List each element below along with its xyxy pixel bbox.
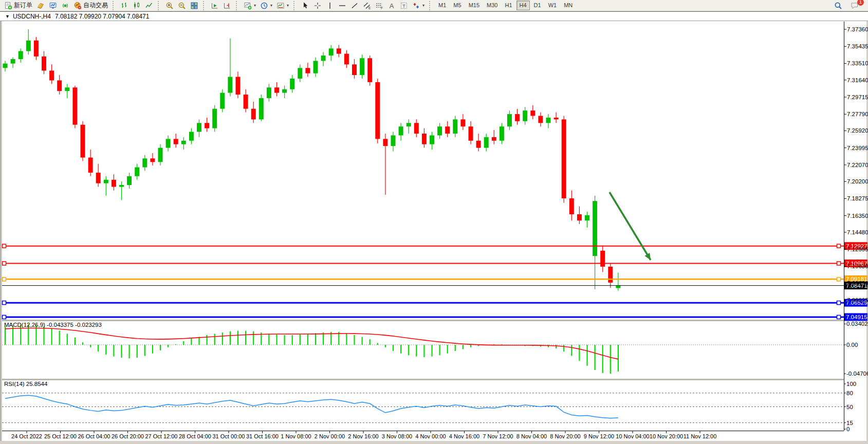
candle-body bbox=[205, 123, 209, 128]
profiles-button[interactable]: ▾ bbox=[258, 1, 274, 11]
rsi-axis-label: 80 bbox=[846, 390, 853, 396]
candle-body bbox=[554, 118, 559, 119]
macd-axis-label: -0.047061 bbox=[846, 371, 868, 377]
time-axis-label: 3 Nov 08:00 bbox=[382, 433, 412, 439]
crosshair-button[interactable] bbox=[311, 1, 324, 11]
resistance-line-1-handle[interactable] bbox=[3, 244, 6, 248]
timeframe-button-m5[interactable]: M5 bbox=[450, 1, 464, 10]
candle-body bbox=[383, 139, 387, 146]
text-button[interactable]: A bbox=[385, 1, 398, 11]
support-line-1-handle[interactable] bbox=[3, 301, 6, 305]
signals-button[interactable] bbox=[59, 1, 71, 11]
resistance-line-2-handle[interactable] bbox=[3, 262, 6, 265]
timeframe-button-w1[interactable]: W1 bbox=[545, 1, 560, 10]
timeframe-button-m15[interactable]: M15 bbox=[466, 1, 483, 10]
rsi-pane-separator[interactable] bbox=[2, 379, 844, 380]
candle-body bbox=[11, 59, 15, 64]
candle-body bbox=[399, 126, 403, 135]
sell-signal-arrow[interactable] bbox=[610, 192, 651, 260]
timeframe-button-m30[interactable]: M30 bbox=[484, 1, 501, 10]
candle-body bbox=[251, 109, 256, 120]
pivot-line-handle[interactable] bbox=[837, 278, 841, 281]
arrows-button[interactable]: ▾ bbox=[410, 1, 427, 11]
chart-shift-button[interactable] bbox=[221, 1, 233, 11]
candle-body bbox=[453, 119, 457, 134]
horizontal-line-button[interactable] bbox=[336, 1, 348, 11]
candle-body bbox=[166, 139, 171, 147]
timeframe-button-h4[interactable]: H4 bbox=[516, 1, 530, 10]
candle-body bbox=[616, 286, 620, 288]
chart-list-button[interactable] bbox=[34, 1, 47, 11]
new-order-icon bbox=[4, 2, 12, 10]
trendline-button[interactable] bbox=[348, 1, 361, 11]
price-tick-label: 7.06825 bbox=[847, 297, 868, 303]
search-button[interactable] bbox=[832, 1, 844, 11]
pivot-line-handle[interactable] bbox=[3, 278, 6, 281]
candle-body bbox=[189, 132, 194, 141]
chart-canvas[interactable]: 7.129277.109677.091817.084717.065297.049… bbox=[0, 0, 868, 444]
zoom-out-button[interactable] bbox=[176, 1, 188, 11]
zoom-in-button[interactable] bbox=[163, 1, 176, 11]
bar-chart-button[interactable] bbox=[118, 1, 131, 11]
candle-body bbox=[492, 137, 496, 141]
auto-scroll-button[interactable] bbox=[209, 1, 221, 11]
candle-body bbox=[523, 110, 527, 121]
new-chart-icon bbox=[244, 2, 252, 10]
clock-icon bbox=[260, 2, 268, 10]
candle-body bbox=[274, 87, 279, 92]
templates-button[interactable]: ▾ bbox=[274, 1, 291, 11]
toolbar-separator bbox=[113, 1, 116, 10]
svg-text:A: A bbox=[390, 2, 394, 9]
candlestick-chart-button[interactable] bbox=[131, 1, 143, 11]
auto-trading-button[interactable]: 自动交易 bbox=[71, 1, 110, 11]
vertical-line-button[interactable] bbox=[324, 1, 336, 11]
candle-body bbox=[538, 116, 543, 123]
toolbar-separator bbox=[293, 1, 297, 10]
time-axis-label: 11 Nov 12:00 bbox=[684, 433, 717, 439]
equidistant-channel-button[interactable]: E bbox=[361, 1, 373, 11]
candle-body bbox=[57, 80, 62, 91]
new-order-button[interactable]: 新订单 bbox=[2, 1, 34, 11]
cursor-button[interactable] bbox=[299, 1, 311, 11]
new-chart-button[interactable]: ▾ bbox=[242, 1, 258, 11]
text-label-icon: T bbox=[400, 2, 408, 10]
timeframe-button-h1[interactable]: H1 bbox=[502, 1, 515, 10]
price-tick-label: 7.18275 bbox=[847, 195, 868, 201]
candle-body bbox=[96, 173, 101, 183]
time-axis-label: 4 Nov 00:00 bbox=[415, 433, 446, 439]
crosshair-icon bbox=[313, 2, 322, 10]
candle-body bbox=[407, 123, 411, 126]
candle-body bbox=[460, 119, 465, 126]
candle-body bbox=[127, 176, 132, 185]
macd-pane-separator[interactable] bbox=[2, 320, 844, 321]
timeframe-button-m1[interactable]: M1 bbox=[435, 1, 449, 10]
chart-dropdown-icon[interactable]: ▼ bbox=[5, 14, 10, 19]
resistance-line-1-handle[interactable] bbox=[837, 244, 841, 248]
line-chart-button[interactable] bbox=[143, 1, 155, 11]
text-label-button[interactable]: T bbox=[398, 1, 410, 11]
price-tick-label: 7.20200 bbox=[847, 178, 868, 184]
candle-body bbox=[34, 41, 39, 57]
price-tick-label: 7.23995 bbox=[847, 145, 868, 151]
candle-body bbox=[26, 41, 31, 51]
notifications-button[interactable]: 1 bbox=[848, 1, 861, 11]
time-axis-label: 28 Oct 04:00 bbox=[179, 433, 211, 439]
time-axis-label: 31 Oct 00:00 bbox=[213, 433, 245, 439]
tile-windows-button[interactable] bbox=[188, 1, 200, 11]
resistance-line-2-handle[interactable] bbox=[837, 262, 841, 265]
candle-body bbox=[437, 126, 442, 135]
search-icon bbox=[834, 2, 842, 10]
timeframe-button-mn[interactable]: MN bbox=[561, 1, 576, 10]
price-tick-label: 7.35435 bbox=[847, 43, 868, 49]
bar-chart-icon bbox=[120, 2, 128, 10]
price-tick-label: 7.37360 bbox=[847, 26, 868, 32]
svg-text:E: E bbox=[368, 6, 371, 9]
timeframe-button-d1[interactable]: D1 bbox=[531, 1, 544, 10]
macd-pane-label: MACD(12,26,9) -0.043375 -0.023293 bbox=[4, 322, 102, 328]
support-line-2-handle[interactable] bbox=[3, 316, 6, 319]
terminal-button[interactable] bbox=[47, 1, 59, 11]
fibonacci-button[interactable]: F bbox=[373, 1, 385, 11]
window-frame-bottom bbox=[0, 441, 868, 444]
support-line-1-handle[interactable] bbox=[837, 301, 841, 305]
support-line-2-handle[interactable] bbox=[837, 316, 841, 319]
